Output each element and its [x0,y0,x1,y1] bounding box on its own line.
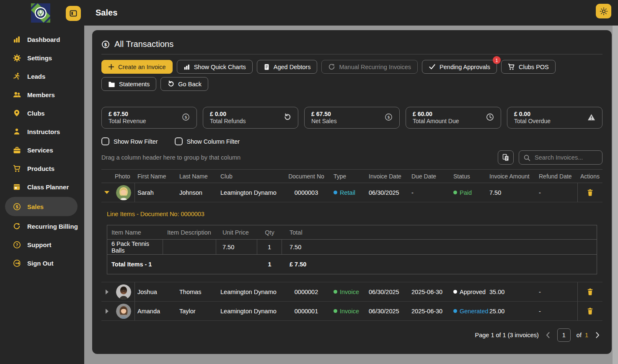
search-box [519,150,602,165]
sidebar-item-label: Settings [27,54,52,62]
sidebar-item-dashboard[interactable]: Dashboard [0,30,84,49]
sidebar-item-label: Support [27,241,52,248]
line-items-header-row: Item Name Item Description Unit Price Qt… [107,225,597,240]
sidebar-toggle-button[interactable] [66,6,81,21]
current-page-box[interactable]: 1 [557,328,571,342]
next-page-button[interactable] [594,331,601,339]
total-pages: 1 [585,332,588,338]
photo-cell [112,282,135,301]
location-pin-icon [13,109,21,117]
show-column-filter-checkbox[interactable]: Show Column Filter [175,137,240,145]
column-header-last-name[interactable]: Last Name [177,173,218,180]
type-cell: Retail [331,189,366,196]
briefcase-icon [13,146,21,154]
person-icon [13,127,21,136]
bar-chart-icon [13,35,21,44]
collapse-row-icon[interactable] [104,191,109,194]
table-row[interactable]: Joshua Thomas Leamington Dynamo 0000002 … [101,282,602,302]
sidebar-item-label: Instructors [27,128,60,135]
show-row-filter-checkbox[interactable]: Show Row Filter [101,137,158,145]
column-header-invoice-amount[interactable]: Invoice Amount [487,173,536,180]
toolbar: Create an Invoice Show Quick Charts Aged… [101,60,602,91]
delete-invoice-button[interactable] [585,287,595,297]
clock-icon [486,113,494,122]
stat-net-sales: £ 67.50Net Sales $ [304,107,400,129]
sidebar-item-label: Leads [27,73,45,80]
sidebar-item-label: Products [27,165,54,172]
sidebar-item-sign-out[interactable]: Sign Out [0,254,84,272]
undo-icon [167,80,174,88]
column-header-first-name[interactable]: First Name [135,173,177,180]
svg-text:$: $ [387,115,390,119]
status-dot [453,309,457,313]
sign-out-icon [13,259,21,267]
previous-page-button[interactable] [545,331,551,339]
aged-debtors-button[interactable]: Aged Debtors [257,60,318,74]
sidebar-item-support[interactable]: ? Support [0,235,84,254]
sidebar-item-label: Dashboard [27,36,60,43]
sidebar-item-settings[interactable]: Settings [0,49,84,67]
table-row[interactable]: Amanda Taylor Leamington Dynamo 0000001 … [101,302,602,321]
clubs-pos-button[interactable]: Clubs POS [501,60,556,74]
all-transactions-panel: $ All Transactions Create an Invoice Sho… [92,30,612,354]
chevron-left-icon [545,331,551,339]
line-items-table: Item Name Item Description Unit Price Qt… [107,225,597,274]
expand-row-icon[interactable] [106,289,109,294]
sidebar-item-recurring-billing[interactable]: Recurring Billing [0,217,84,235]
delete-invoice-button[interactable] [585,187,595,198]
column-header-refund-date[interactable]: Refund Date [536,173,577,180]
sidebar-item-label: Sales [27,203,44,210]
show-quick-charts-button[interactable]: Show Quick Charts [177,60,253,74]
avatar [116,185,131,200]
coin-icon: $ [13,202,21,211]
sidebar-item-clubs[interactable]: Clubs [0,104,84,122]
column-header-document-no[interactable]: Document No [282,173,331,180]
go-back-button[interactable]: Go Back [160,77,208,91]
delete-invoice-button[interactable] [585,306,595,317]
export-button[interactable] [498,150,514,165]
sidebar-item-services[interactable]: Services [0,141,84,159]
manual-recurring-invoices-button[interactable]: Manual Recurring Invoices [321,60,418,74]
scrollbar[interactable] [613,26,618,364]
sidebar-item-products[interactable]: Products [0,159,84,178]
photo-cell [112,183,135,202]
sidebar-item-members[interactable]: Members [0,85,84,104]
type-dot [334,191,337,194]
svg-text:?: ? [16,242,18,247]
column-header-club[interactable]: Club [218,173,282,180]
sidebar-item-sales[interactable]: $ Sales [5,197,78,216]
pending-approvals-button[interactable]: Pending Approvals [422,60,497,74]
pending-approvals-badge: 1 [493,56,501,64]
sidebar-item-leads[interactable]: Leads [0,67,84,85]
type-dot [334,309,337,313]
column-header-invoice-date[interactable]: Invoice Date [366,173,409,180]
search-input[interactable] [534,154,597,161]
sidebar-item-class-planner[interactable]: Class Planner [0,178,84,196]
status-cell: Generated [451,308,487,315]
refresh-icon [13,222,21,230]
expand-row-icon[interactable] [106,309,109,314]
line-items-detail: Line Items - Document No: 0000003 Item N… [101,202,602,282]
column-header-type[interactable]: Type [331,173,366,180]
stat-total-refunds: £ 0.00Total Refunds [203,107,298,129]
club-logo-icon [31,3,50,23]
type-cell: Invoice [331,289,366,295]
status-dot [453,290,457,294]
page-summary: Page 1 of 1 (3 invoices) [475,332,538,338]
statements-button[interactable]: Statements [101,77,156,91]
column-header-due-date[interactable]: Due Date [409,173,451,180]
column-header-photo[interactable]: Photo [112,173,135,180]
create-invoice-button[interactable]: Create an Invoice [101,60,173,74]
search-icon [523,154,530,161]
type-dot [334,290,337,294]
theme-toggle-button[interactable] [596,4,611,18]
sidebar-item-instructors[interactable]: Instructors [0,122,84,141]
transactions-grid: Photo First Name Last Name Club Document… [101,169,602,321]
checkbox-icon [175,137,183,145]
page-title: Sales [96,0,117,26]
trash-icon [587,288,594,296]
table-row[interactable]: Sarah Johnson Leamington Dynamo 0000003 … [101,183,602,202]
column-header-status[interactable]: Status [451,173,487,180]
sidebar-item-label: Class Planner [27,183,69,191]
export-copy-icon [502,154,509,161]
